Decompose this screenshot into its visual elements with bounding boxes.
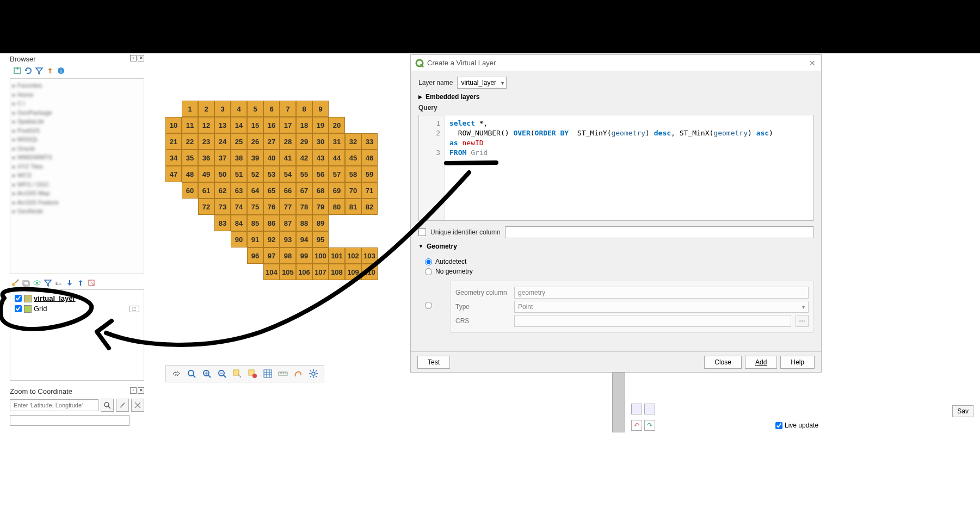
geom-type-select[interactable]: Point xyxy=(514,301,809,313)
geom-crs-label: CRS xyxy=(455,317,510,325)
grid-cell: 28 xyxy=(280,133,296,150)
svg-point-6 xyxy=(12,283,15,286)
layer-checkbox[interactable] xyxy=(15,295,22,302)
panel-undock-icon[interactable]: ▫ xyxy=(130,387,137,394)
expression-icon[interactable]: ε≡ xyxy=(54,278,63,287)
grid-cell: 41 xyxy=(280,150,296,166)
zoom-coordinate-input[interactable] xyxy=(10,399,98,411)
grid-cell: 100 xyxy=(312,247,329,264)
remove-layer-icon[interactable] xyxy=(87,278,96,287)
undo-icon[interactable]: ↶ xyxy=(631,420,642,431)
grid-cell: 77 xyxy=(280,199,296,215)
layer-name-select[interactable]: virtual_layer xyxy=(457,77,507,89)
svg-line-22 xyxy=(193,375,195,377)
grid-cell: 42 xyxy=(296,150,312,166)
collapse-icon[interactable] xyxy=(46,66,54,75)
query-editor[interactable]: 123 select *, ROW_NUMBER() OVER(ORDER BY… xyxy=(418,115,813,221)
test-button[interactable]: Test xyxy=(417,356,450,369)
grid-cell: 46 xyxy=(361,150,378,166)
redo-icon[interactable]: ↷ xyxy=(644,420,655,431)
close-button[interactable]: Close xyxy=(704,356,742,369)
uid-input[interactable] xyxy=(505,226,813,238)
zoom-out-icon[interactable] xyxy=(216,368,228,380)
manual-geometry-radio[interactable] xyxy=(425,302,432,309)
undo-redo-icons: ↶ ↷ xyxy=(631,420,655,431)
grid-cell: 50 xyxy=(214,166,231,182)
crs-browse-button[interactable]: … xyxy=(796,315,809,327)
save-button-partial[interactable]: Sav xyxy=(952,405,973,417)
zoom-title: Zoom to Coordinate xyxy=(10,387,144,395)
right-scrollbar[interactable] xyxy=(612,373,625,432)
gear-icon[interactable] xyxy=(307,368,319,380)
refresh-icon[interactable] xyxy=(24,66,33,75)
layer-remove-icon[interactable]: ⬚ xyxy=(130,306,139,312)
filter-legend-icon[interactable] xyxy=(44,278,52,287)
panel-undock-icon[interactable]: ▫ xyxy=(130,55,137,61)
layer-row-virtual[interactable]: virtual_layer xyxy=(11,293,143,304)
geom-crs-input[interactable] xyxy=(514,315,791,327)
panel-close-icon[interactable]: ✕ xyxy=(138,55,144,61)
help-button[interactable]: Help xyxy=(780,356,815,369)
grid-view-icon[interactable] xyxy=(631,404,642,414)
uid-checkbox[interactable] xyxy=(418,228,426,236)
attribute-table-icon[interactable] xyxy=(262,368,274,380)
filter-icon[interactable] xyxy=(35,66,44,75)
grid-cell: 37 xyxy=(214,150,231,166)
geom-col-input[interactable] xyxy=(514,287,809,299)
grid-cell: 62 xyxy=(214,182,231,199)
expand-all-icon[interactable] xyxy=(65,278,74,287)
grid-cell: 68 xyxy=(312,182,329,199)
live-update-checkbox[interactable] xyxy=(775,422,782,429)
view-switch-icons xyxy=(631,404,655,414)
code-body[interactable]: select *, ROW_NUMBER() OVER(ORDER BY ST_… xyxy=(445,115,813,220)
live-update-control[interactable]: Live update xyxy=(775,422,818,429)
zoom-settings-button[interactable] xyxy=(116,399,129,412)
add-button[interactable]: Add xyxy=(745,356,777,369)
layers-panel[interactable]: virtual_layer Grid ⬚ xyxy=(10,289,144,381)
grid-cell: 39 xyxy=(247,150,263,166)
zoom-full-icon[interactable] xyxy=(186,368,198,380)
add-group-icon[interactable] xyxy=(22,278,30,287)
map-canvas[interactable]: 1234567891011121314151617181920212223242… xyxy=(148,54,409,381)
grid-cell: 5 xyxy=(247,101,263,117)
grid-cell: 12 xyxy=(198,117,214,133)
properties-icon[interactable]: i xyxy=(57,66,65,75)
zoom-go-button[interactable] xyxy=(101,399,114,412)
pan-icon[interactable] xyxy=(170,368,182,380)
deselect-icon[interactable] xyxy=(246,368,258,380)
manage-visibility-icon[interactable] xyxy=(33,278,41,287)
grid-cell: 51 xyxy=(231,166,247,182)
grid-cell: 4 xyxy=(231,101,247,117)
close-icon[interactable]: ✕ xyxy=(808,59,817,67)
collapse-all-icon[interactable] xyxy=(76,278,85,287)
embedded-layers-header[interactable]: ▶ Embedded layers xyxy=(418,93,813,101)
geometry-header[interactable]: ▼ Geometry xyxy=(418,243,813,250)
zoom-extra-input[interactable] xyxy=(10,415,130,426)
add-layer-icon[interactable] xyxy=(13,66,22,75)
dialog-titlebar[interactable]: Create a Virtual Layer ✕ xyxy=(411,55,821,71)
geom-type-label: Type xyxy=(455,303,510,311)
grid-cell: 6 xyxy=(263,101,280,117)
layer-checkbox[interactable] xyxy=(15,305,22,312)
grid-cell: 88 xyxy=(296,215,312,231)
grid-cell: 56 xyxy=(312,166,329,182)
layer-row-grid[interactable]: Grid ⬚ xyxy=(11,304,143,314)
svg-line-15 xyxy=(89,280,94,286)
style-icon[interactable] xyxy=(11,278,20,287)
autodetect-radio[interactable] xyxy=(425,258,432,265)
grid-cell: 69 xyxy=(329,182,345,199)
grid-cell: 94 xyxy=(296,231,312,247)
zoom-clear-button[interactable] xyxy=(131,399,144,412)
grid-cell: 97 xyxy=(263,247,280,264)
panel-close-icon[interactable]: ✕ xyxy=(138,387,144,394)
no-geometry-radio[interactable] xyxy=(425,268,432,275)
browser-tree[interactable]: ▸ Favorites▸ Home▸ C:\▸ GeoPackage▸ Spat… xyxy=(10,78,144,274)
select-icon[interactable] xyxy=(231,368,243,380)
zoom-in-icon[interactable] xyxy=(201,368,213,380)
svg-text:i: i xyxy=(60,68,61,74)
measure-icon[interactable] xyxy=(277,368,289,380)
grid-cell: 107 xyxy=(312,264,329,280)
info-point-icon[interactable] xyxy=(292,368,304,380)
list-view-icon[interactable] xyxy=(644,404,655,414)
grid-cell: 25 xyxy=(231,133,247,150)
